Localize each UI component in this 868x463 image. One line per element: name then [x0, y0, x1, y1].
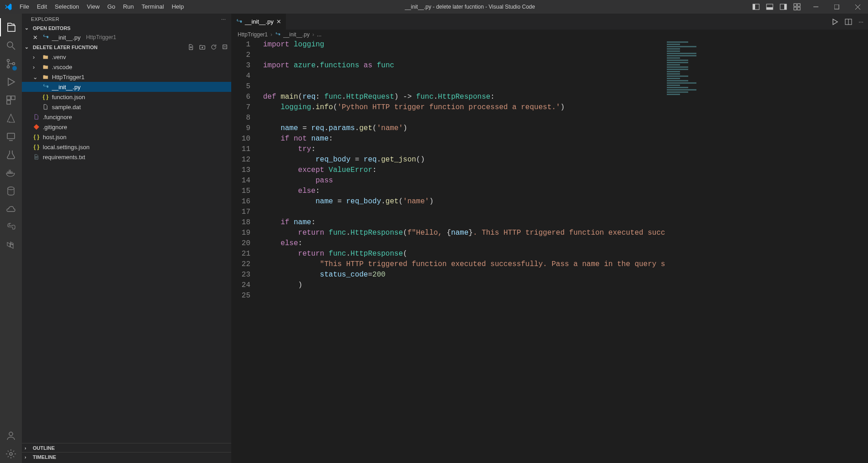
close-button[interactable] [847, 0, 868, 14]
file-row[interactable]: .gitignore [22, 122, 231, 132]
any-file-icon [33, 113, 40, 121]
file-row[interactable]: { }function.json [22, 92, 231, 102]
menu-bar: File Edit Selection View Go Run Terminal… [16, 0, 188, 14]
tree-item-label: sample.dat [52, 104, 81, 111]
workspace-tree: ›.venv›.vscode⌄HttpTrigger1__init__.py{ … [22, 52, 231, 162]
json-file-icon: { } [33, 143, 40, 151]
customize-layout-icon[interactable] [793, 3, 801, 10]
folder-row[interactable]: ⌄HttpTrigger1 [22, 72, 231, 82]
python-file-icon [42, 34, 49, 41]
svg-rect-22 [7, 133, 15, 139]
tree-item-label: .gitignore [43, 124, 67, 131]
chevron-right-icon: › [33, 64, 39, 70]
chevron-right-icon: › [25, 445, 31, 451]
activity-azure-icon[interactable] [0, 109, 22, 127]
minimize-button[interactable] [805, 0, 826, 14]
menu-help[interactable]: Help [168, 0, 188, 14]
activity-settings-icon[interactable] [0, 445, 22, 463]
chevron-right-icon: › [33, 54, 39, 60]
code-editor[interactable]: 1234567891011121314151617181920212223242… [231, 40, 868, 463]
window-title: __init__.py - delete later fucntion - Vi… [188, 4, 752, 10]
file-row[interactable]: sample.dat [22, 102, 231, 112]
menu-go[interactable]: Go [104, 0, 119, 14]
window-controls [805, 0, 868, 14]
activity-run-debug-icon[interactable] [0, 73, 22, 91]
chevron-down-icon: ⌄ [25, 44, 31, 50]
layout-controls [752, 3, 805, 10]
activity-explorer-icon[interactable] [0, 18, 22, 36]
activity-extensions-icon[interactable] [0, 91, 22, 109]
svg-rect-27 [9, 170, 10, 171]
tree-item-label: function.json [52, 94, 85, 101]
tree-item-label: .vscode [52, 64, 72, 70]
toggle-panel-icon[interactable] [766, 3, 773, 10]
new-folder-icon[interactable] [199, 44, 206, 50]
split-editor-icon[interactable] [845, 18, 852, 25]
tree-item-label: host.json [43, 134, 66, 141]
svg-rect-20 [11, 96, 15, 100]
workspace-section[interactable]: ⌄ DELETE LATER FUCNTION [22, 42, 231, 52]
file-row[interactable]: __init__.py [22, 82, 231, 92]
svg-rect-11 [834, 5, 839, 9]
close-icon[interactable]: ✕ [33, 34, 39, 41]
activity-source-control-icon[interactable] [0, 55, 22, 73]
activity-testing-icon[interactable] [0, 146, 22, 164]
svg-line-15 [12, 47, 15, 50]
side-bar: EXPLORER ··· ⌄ OPEN EDITORS ✕ __init__.p… [22, 14, 231, 463]
activity-docker-icon[interactable] [0, 164, 22, 182]
explorer-more-icon[interactable]: ··· [221, 16, 226, 22]
toggle-secondary-sidebar-icon[interactable] [780, 3, 787, 10]
tree-item-label: __init__.py [52, 84, 81, 91]
code-content[interactable]: import loggingimport azure.functions as … [259, 40, 665, 463]
activity-remote-icon[interactable] [0, 127, 22, 146]
more-actions-icon[interactable]: ··· [858, 18, 863, 25]
breadcrumb-segment[interactable]: __init__.py [283, 31, 310, 38]
menu-view[interactable]: View [83, 0, 103, 14]
folder-row[interactable]: ›.vscode [22, 62, 231, 72]
new-file-icon[interactable] [188, 44, 194, 50]
minimap[interactable] [665, 40, 701, 463]
open-editors-section[interactable]: ⌄ OPEN EDITORS [22, 24, 231, 32]
menu-run[interactable]: Run [119, 0, 137, 14]
menu-edit[interactable]: Edit [33, 0, 51, 14]
python-file-icon [275, 32, 280, 37]
activity-accounts-icon[interactable] [0, 427, 22, 445]
file-row[interactable]: .funcignore [22, 112, 231, 122]
collapse-all-icon[interactable] [222, 44, 228, 50]
svg-rect-9 [797, 7, 800, 10]
tree-item-label: .venv [52, 54, 66, 60]
svg-rect-1 [753, 4, 755, 10]
open-editor-name: __init__.py [52, 34, 81, 41]
breadcrumb[interactable]: HttpTrigger1 › __init__.py › ... [231, 30, 868, 40]
close-icon[interactable]: ✕ [276, 18, 281, 25]
timeline-section[interactable]: › TIMELINE [22, 452, 231, 461]
activity-terraform-icon[interactable] [0, 237, 22, 255]
txt-file-icon [33, 153, 40, 161]
menu-file[interactable]: File [16, 0, 33, 14]
activity-python-icon[interactable] [0, 218, 22, 237]
menu-selection[interactable]: Selection [51, 0, 82, 14]
refresh-icon[interactable] [210, 44, 217, 50]
folder-icon [42, 63, 49, 70]
file-row[interactable]: { }local.settings.json [22, 142, 231, 152]
breadcrumb-segment[interactable]: ... [317, 31, 321, 38]
activity-search-icon[interactable] [0, 36, 22, 55]
run-icon[interactable] [831, 18, 838, 25]
svg-rect-21 [7, 101, 10, 104]
tree-item-label: HttpTrigger1 [52, 74, 85, 81]
activity-database-icon[interactable] [0, 182, 22, 200]
open-editors-label: OPEN EDITORS [33, 25, 71, 31]
svg-rect-8 [794, 7, 797, 10]
folder-row[interactable]: ›.venv [22, 52, 231, 62]
breadcrumb-segment[interactable]: HttpTrigger1 [238, 31, 268, 38]
activity-docker2-icon[interactable] [0, 200, 22, 218]
menu-terminal[interactable]: Terminal [138, 0, 168, 14]
file-row[interactable]: requirements.txt [22, 152, 231, 162]
open-editor-row[interactable]: ✕ __init__.py HttpTrigger1 [22, 32, 231, 42]
editor-tab[interactable]: __init__.py ✕ [231, 14, 286, 30]
maximize-button[interactable] [826, 0, 847, 14]
toggle-primary-sidebar-icon[interactable] [752, 3, 760, 10]
file-row[interactable]: { }host.json [22, 132, 231, 142]
chevron-down-icon: ⌄ [33, 74, 39, 81]
outline-section[interactable]: › OUTLINE [22, 443, 231, 452]
